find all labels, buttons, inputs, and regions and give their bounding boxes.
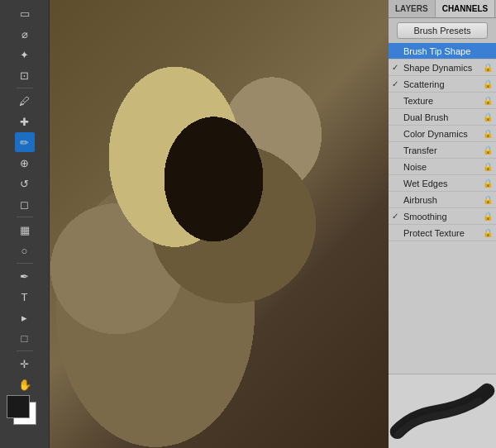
brush-options-list: Brush Tip Shape✓Shape Dynamics🔒✓Scatteri… xyxy=(389,43,496,374)
tool-separator-3 xyxy=(17,263,33,264)
brush-option-brush-tip-shape[interactable]: Brush Tip Shape xyxy=(389,43,496,60)
tool-eraser[interactable]: ◻ xyxy=(15,194,35,214)
lock-icon-color-dynamics: 🔒 xyxy=(481,129,493,138)
tool-marquee[interactable]: ▭ xyxy=(15,3,35,23)
checkbox-smoothing: ✓ xyxy=(392,212,403,221)
lock-icon-dual-brush: 🔒 xyxy=(481,112,493,122)
brush-option-airbrush[interactable]: Airbrush🔒 xyxy=(389,192,496,208)
label-smoothing: Smoothing xyxy=(403,212,481,222)
checkbox-scattering: ✓ xyxy=(392,79,403,88)
brush-option-scattering[interactable]: ✓Scattering🔒 xyxy=(389,76,496,93)
lock-icon-protect-texture: 🔒 xyxy=(481,228,493,237)
brush-presets-button[interactable]: Brush Presets xyxy=(397,22,488,39)
tool-separator-2 xyxy=(17,217,33,217)
tool-dodge[interactable]: ○ xyxy=(15,241,35,260)
tool-hand[interactable]: ✋ xyxy=(15,374,35,394)
tool-move[interactable]: ✛ xyxy=(15,354,35,374)
brush-option-smoothing[interactable]: ✓Smoothing🔒 xyxy=(389,208,496,225)
label-protect-texture: Protect Texture xyxy=(403,228,481,238)
lock-icon-texture: 🔒 xyxy=(481,96,493,105)
label-brush-tip-shape: Brush Tip Shape xyxy=(403,46,481,56)
toolbar: ▭ ⌀ ✦ ⊡ 🖊 ✚ ✏ ⊕ ↺ ◻ ▦ ○ ✒ T ▸ □ ✛ ✋ ⊕ xyxy=(0,0,50,448)
tool-separator-4 xyxy=(17,350,33,351)
label-transfer: Transfer xyxy=(403,145,481,155)
checkbox-shape-dynamics: ✓ xyxy=(392,63,403,72)
tool-crop[interactable]: ⊡ xyxy=(15,65,35,85)
label-scattering: Scattering xyxy=(403,79,481,89)
lock-icon-wet-edges: 🔒 xyxy=(481,179,493,188)
tool-brush[interactable]: ✏ xyxy=(15,132,35,152)
tool-clone-stamp[interactable]: ⊕ xyxy=(15,153,35,173)
brush-option-dual-brush[interactable]: Dual Brush🔒 xyxy=(389,109,496,126)
brush-option-noise[interactable]: Noise🔒 xyxy=(389,159,496,175)
label-texture: Texture xyxy=(403,96,481,106)
canvas-area xyxy=(0,0,389,448)
brush-option-transfer[interactable]: Transfer🔒 xyxy=(389,142,496,159)
tool-magic-wand[interactable]: ✦ xyxy=(15,45,35,64)
brush-option-shape-dynamics[interactable]: ✓Shape Dynamics🔒 xyxy=(389,60,496,76)
lock-icon-scattering: 🔒 xyxy=(481,79,493,88)
brush-option-texture[interactable]: Texture🔒 xyxy=(389,93,496,109)
brush-option-color-dynamics[interactable]: Color Dynamics🔒 xyxy=(389,126,496,142)
tool-text[interactable]: T xyxy=(15,287,35,307)
foreground-color-swatch[interactable] xyxy=(7,395,30,418)
brush-preview xyxy=(389,374,496,448)
label-shape-dynamics: Shape Dynamics xyxy=(403,63,481,73)
brush-option-protect-texture[interactable]: Protect Texture🔒 xyxy=(389,225,496,241)
lock-icon-shape-dynamics: 🔒 xyxy=(481,63,493,72)
lock-icon-noise: 🔒 xyxy=(481,162,493,171)
panels-area: LAYERS CHANNELS PA... Brush Presets Brus… xyxy=(389,0,496,448)
lock-icon-airbrush: 🔒 xyxy=(481,195,493,204)
label-dual-brush: Dual Brush xyxy=(403,112,481,122)
tab-bar: LAYERS CHANNELS PA... xyxy=(389,0,496,18)
label-noise: Noise xyxy=(403,162,481,172)
brush-stroke-svg xyxy=(389,374,496,448)
tool-shape[interactable]: □ xyxy=(15,328,35,348)
lock-icon-smoothing: 🔒 xyxy=(481,212,493,221)
label-color-dynamics: Color Dynamics xyxy=(403,129,481,139)
tab-layers[interactable]: LAYERS xyxy=(389,0,436,17)
tool-path-selection[interactable]: ▸ xyxy=(15,307,35,327)
brush-option-wet-edges[interactable]: Wet Edges🔒 xyxy=(389,175,496,192)
lock-icon-transfer: 🔒 xyxy=(481,145,493,155)
tool-spot-healing[interactable]: ✚ xyxy=(15,112,35,131)
label-wet-edges: Wet Edges xyxy=(403,179,481,188)
tool-gradient[interactable]: ▦ xyxy=(15,220,35,240)
tool-separator xyxy=(17,88,33,88)
color-swatches xyxy=(7,395,43,431)
tool-lasso[interactable]: ⌀ xyxy=(15,24,35,44)
tool-pen[interactable]: ✒ xyxy=(15,266,35,286)
tool-eyedropper[interactable]: 🖊 xyxy=(15,91,35,111)
tab-channels[interactable]: CHANNELS xyxy=(436,0,496,17)
tool-history-brush[interactable]: ↺ xyxy=(15,174,35,193)
label-airbrush: Airbrush xyxy=(403,195,481,205)
canvas-image xyxy=(0,0,389,448)
